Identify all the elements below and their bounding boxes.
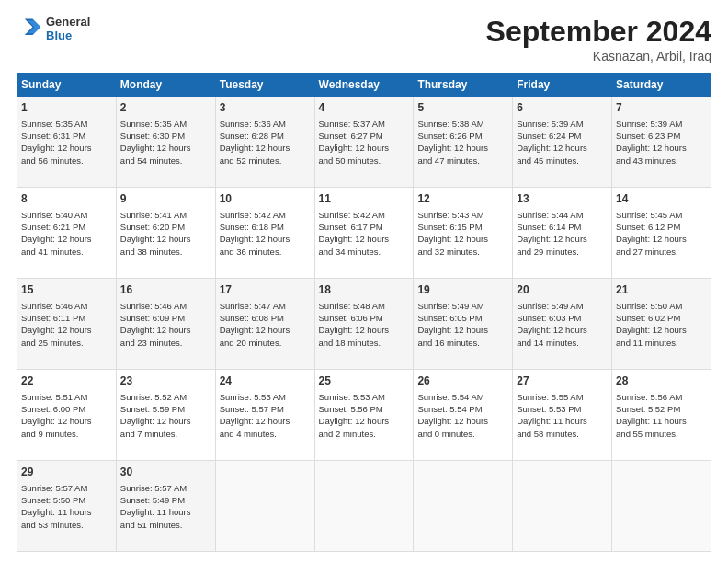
day-info: Sunrise: 5:35 AM xyxy=(21,119,87,129)
day-info: Sunset: 6:31 PM xyxy=(21,131,85,141)
day-info: Sunrise: 5:44 AM xyxy=(517,210,583,220)
day-number: 26 xyxy=(417,373,508,389)
day-info: Daylight: 12 hours xyxy=(319,143,390,153)
day-info: Sunrise: 5:54 AM xyxy=(417,392,483,402)
calendar-cell: 1Sunrise: 5:35 AMSunset: 6:31 PMDaylight… xyxy=(17,97,117,188)
day-info: and 27 minutes. xyxy=(616,247,678,257)
day-info: Sunset: 6:28 PM xyxy=(220,131,284,141)
day-info: Daylight: 12 hours xyxy=(417,416,488,426)
calendar-table: SundayMondayTuesdayWednesdayThursdayFrid… xyxy=(17,73,711,552)
day-info: Sunset: 6:00 PM xyxy=(21,404,85,414)
day-info: and 14 minutes. xyxy=(517,338,579,348)
day-number: 25 xyxy=(319,373,410,389)
calendar-cell: 11Sunrise: 5:42 AMSunset: 6:17 PMDayligh… xyxy=(314,188,414,279)
day-info: Sunset: 6:08 PM xyxy=(220,313,284,323)
calendar-week-4: 22Sunrise: 5:51 AMSunset: 6:00 PMDayligh… xyxy=(17,370,711,461)
calendar-week-2: 8Sunrise: 5:40 AMSunset: 6:21 PMDaylight… xyxy=(17,188,711,279)
day-info: Sunset: 6:26 PM xyxy=(417,131,482,141)
calendar-cell: 12Sunrise: 5:43 AMSunset: 6:15 PMDayligh… xyxy=(414,188,513,279)
day-info: Sunset: 6:21 PM xyxy=(21,222,85,232)
day-info: Sunset: 6:05 PM xyxy=(417,313,482,323)
day-number: 22 xyxy=(21,373,112,389)
calendar-cell: 6Sunrise: 5:39 AMSunset: 6:24 PMDaylight… xyxy=(513,97,612,188)
day-info: Sunrise: 5:53 AM xyxy=(319,392,385,402)
day-info: Daylight: 12 hours xyxy=(21,234,92,244)
day-info: Sunset: 5:56 PM xyxy=(319,404,383,414)
day-info: Sunrise: 5:43 AM xyxy=(417,210,483,220)
calendar-cell xyxy=(513,461,612,552)
day-info: Daylight: 12 hours xyxy=(319,325,390,335)
day-number: 10 xyxy=(220,191,311,207)
day-info: Daylight: 11 hours xyxy=(120,507,191,517)
day-info: Sunset: 5:54 PM xyxy=(417,404,482,414)
day-number: 17 xyxy=(220,282,311,298)
day-info: Daylight: 12 hours xyxy=(120,325,191,335)
day-number: 1 xyxy=(21,100,112,116)
calendar-cell xyxy=(314,461,414,552)
day-info: and 43 minutes. xyxy=(616,155,678,166)
day-info: Daylight: 12 hours xyxy=(21,143,92,153)
calendar-cell: 22Sunrise: 5:51 AMSunset: 6:00 PMDayligh… xyxy=(17,370,117,461)
day-info: and 0 minutes. xyxy=(417,429,474,439)
day-info: and 41 minutes. xyxy=(21,247,84,257)
day-info: Sunset: 6:30 PM xyxy=(120,131,185,141)
day-info: Sunset: 6:09 PM xyxy=(120,313,185,323)
day-info: and 25 minutes. xyxy=(21,338,84,348)
day-info: Daylight: 12 hours xyxy=(220,143,290,153)
day-info: and 29 minutes. xyxy=(517,247,579,257)
calendar-cell xyxy=(414,461,513,552)
logo: General Blue xyxy=(17,15,90,42)
day-number: 8 xyxy=(21,191,112,207)
day-info: Sunrise: 5:41 AM xyxy=(120,210,187,220)
day-info: Sunrise: 5:46 AM xyxy=(120,301,187,311)
day-header-saturday: Saturday xyxy=(612,74,711,97)
day-info: and 7 minutes. xyxy=(120,429,177,439)
day-info: Sunrise: 5:45 AM xyxy=(616,210,682,220)
day-info: Sunset: 5:50 PM xyxy=(21,495,85,505)
day-info: Sunset: 6:18 PM xyxy=(220,222,284,232)
day-info: Daylight: 12 hours xyxy=(220,234,290,244)
day-info: and 47 minutes. xyxy=(417,155,480,166)
logo-general: General xyxy=(46,15,90,29)
day-number: 20 xyxy=(517,282,608,298)
day-number: 27 xyxy=(517,373,608,389)
calendar-cell: 9Sunrise: 5:41 AMSunset: 6:20 PMDaylight… xyxy=(116,188,215,279)
day-info: Sunrise: 5:49 AM xyxy=(417,301,483,311)
calendar-week-1: 1Sunrise: 5:35 AMSunset: 6:31 PMDaylight… xyxy=(17,97,711,188)
calendar-cell: 14Sunrise: 5:45 AMSunset: 6:12 PMDayligh… xyxy=(612,188,711,279)
day-info: Sunrise: 5:36 AM xyxy=(220,119,286,129)
day-header-friday: Friday xyxy=(513,74,612,97)
day-number: 2 xyxy=(120,100,211,116)
calendar-cell: 28Sunrise: 5:56 AMSunset: 5:52 PMDayligh… xyxy=(612,370,711,461)
day-info: Sunrise: 5:47 AM xyxy=(220,301,286,311)
day-header-tuesday: Tuesday xyxy=(215,74,314,97)
day-info: and 52 minutes. xyxy=(220,155,282,166)
calendar-header-row: SundayMondayTuesdayWednesdayThursdayFrid… xyxy=(17,74,711,97)
day-header-thursday: Thursday xyxy=(414,74,513,97)
day-info: Sunset: 6:20 PM xyxy=(120,222,185,232)
day-info: Daylight: 12 hours xyxy=(319,416,390,426)
day-info: and 34 minutes. xyxy=(319,247,381,257)
month-title: September 2024 xyxy=(486,15,711,49)
calendar-cell: 25Sunrise: 5:53 AMSunset: 5:56 PMDayligh… xyxy=(314,370,414,461)
day-info: Daylight: 12 hours xyxy=(21,325,92,335)
day-info: and 53 minutes. xyxy=(21,520,84,530)
day-info: Daylight: 12 hours xyxy=(616,143,687,153)
day-info: Sunrise: 5:39 AM xyxy=(616,119,682,129)
day-info: Sunrise: 5:50 AM xyxy=(616,301,682,311)
day-info: Daylight: 12 hours xyxy=(120,416,191,426)
calendar-cell: 18Sunrise: 5:48 AMSunset: 6:06 PMDayligh… xyxy=(314,279,414,370)
calendar-cell: 3Sunrise: 5:36 AMSunset: 6:28 PMDaylight… xyxy=(215,97,314,188)
day-info: Sunset: 6:12 PM xyxy=(616,222,680,232)
day-number: 14 xyxy=(616,191,707,207)
calendar-page: General Blue September 2024 Kasnazan, Ar… xyxy=(0,0,728,563)
calendar-week-3: 15Sunrise: 5:46 AMSunset: 6:11 PMDayligh… xyxy=(17,279,711,370)
day-info: Sunrise: 5:53 AM xyxy=(220,392,286,402)
day-number: 23 xyxy=(120,373,211,389)
day-number: 13 xyxy=(517,191,608,207)
calendar-cell: 24Sunrise: 5:53 AMSunset: 5:57 PMDayligh… xyxy=(215,370,314,461)
day-info: and 16 minutes. xyxy=(417,338,480,348)
day-header-monday: Monday xyxy=(116,74,215,97)
day-number: 4 xyxy=(319,100,410,116)
day-info: Daylight: 12 hours xyxy=(616,325,687,335)
